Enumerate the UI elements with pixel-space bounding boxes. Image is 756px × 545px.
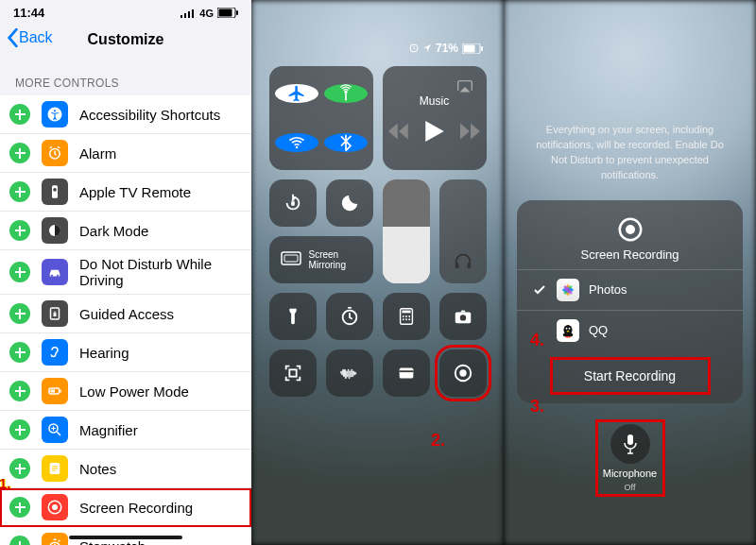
signal-icon: [180, 9, 196, 18]
photos-app-icon: [557, 279, 579, 301]
add-button[interactable]: [9, 303, 30, 324]
svg-point-49: [459, 315, 465, 320]
battery-icon: [217, 8, 238, 18]
camera-button[interactable]: [439, 293, 487, 340]
step-2-label: 2.: [431, 431, 445, 451]
svg-point-64: [569, 328, 571, 330]
control-row-hearing[interactable]: Hearing: [0, 333, 251, 372]
svg-rect-0: [180, 15, 182, 18]
screen-record-icon: [616, 215, 644, 244]
control-row-guided-access[interactable]: Guided Access: [0, 295, 251, 333]
add-button[interactable]: [9, 536, 30, 545]
back-label: Back: [19, 29, 53, 46]
control-label: Apple TV Remote: [79, 184, 191, 200]
play-icon[interactable]: [424, 121, 445, 142]
control-row-accessibility[interactable]: Accessibility Shortcuts: [0, 95, 251, 134]
screen-mirroring-button[interactable]: Screen Mirroring: [269, 236, 373, 283]
add-button[interactable]: [9, 220, 30, 241]
battery-pct: 71%: [436, 42, 458, 55]
add-button[interactable]: [9, 458, 30, 479]
add-button[interactable]: [9, 381, 30, 401]
airplay-icon[interactable]: [455, 77, 475, 102]
status-bar: 11:44 4G: [0, 0, 251, 20]
record-icon: [42, 494, 68, 520]
brightness-slider[interactable]: [383, 179, 430, 283]
svg-rect-10: [52, 185, 58, 198]
control-label: Do Not Disturb While Driving: [79, 256, 240, 288]
add-button[interactable]: [9, 143, 30, 163]
svg-point-54: [459, 369, 466, 376]
voice-memo-icon: [339, 363, 360, 383]
add-button[interactable]: [9, 419, 30, 440]
svg-point-43: [405, 315, 407, 317]
controls-list: Accessibility ShortcutsAlarmApple TV Rem…: [0, 95, 251, 545]
bluetooth-icon: [336, 133, 355, 152]
check-icon: [532, 282, 547, 298]
recording-sheet: Screen Recording PhotosQQ Start Recordin…: [517, 200, 743, 403]
airplane-toggle[interactable]: [275, 84, 318, 103]
svg-point-46: [405, 318, 407, 320]
calculator-button[interactable]: [383, 293, 430, 340]
control-label: Low Power Mode: [79, 383, 189, 400]
control-row-dark-mode[interactable]: Dark Mode: [0, 212, 251, 250]
add-button[interactable]: [9, 497, 30, 518]
mirror-label: Screen Mirroring: [309, 249, 346, 270]
timer-button[interactable]: [326, 293, 373, 340]
wifi-toggle[interactable]: [275, 133, 318, 152]
sheet-title: Screen Recording: [580, 247, 679, 262]
car-icon: [42, 259, 68, 285]
do-not-disturb-button[interactable]: [326, 179, 373, 227]
control-row-record[interactable]: Screen Recording1.: [0, 488, 251, 527]
next-icon[interactable]: [460, 121, 481, 142]
qr-scanner-button[interactable]: [269, 349, 317, 397]
add-button[interactable]: [9, 342, 30, 363]
prev-icon[interactable]: [388, 121, 409, 142]
add-button[interactable]: [9, 181, 30, 202]
control-row-car[interactable]: Do Not Disturb While Driving: [0, 250, 251, 295]
step-3-label: 3.: [530, 397, 544, 417]
svg-point-45: [402, 318, 404, 320]
airplane-icon: [287, 84, 306, 103]
svg-rect-66: [627, 434, 633, 445]
microphone-toggle[interactable]: Microphone Off: [600, 424, 661, 492]
control-row-magnifier[interactable]: Magnifier: [0, 411, 251, 450]
add-button[interactable]: [9, 262, 30, 282]
control-row-notes[interactable]: Notes: [0, 450, 251, 488]
wallet-button[interactable]: [383, 349, 430, 397]
add-button[interactable]: [9, 104, 30, 125]
app-row-qq[interactable]: QQ: [517, 311, 743, 350]
svg-rect-1: [184, 13, 186, 18]
control-row-remote[interactable]: Apple TV Remote: [0, 173, 251, 212]
music-widget[interactable]: Music: [383, 66, 487, 170]
connectivity-group[interactable]: [269, 66, 373, 170]
svg-point-42: [402, 315, 404, 317]
screen-record-button[interactable]: [439, 349, 487, 397]
volume-slider[interactable]: [439, 179, 487, 283]
status-time: 11:44: [13, 6, 44, 20]
qq-app-icon: [557, 319, 579, 342]
bluetooth-toggle[interactable]: [324, 133, 368, 152]
control-row-alarm[interactable]: Alarm: [0, 134, 251, 173]
start-recording-button[interactable]: Start Recording: [555, 362, 706, 390]
accessibility-icon: [42, 101, 68, 128]
voice-memo-button[interactable]: [326, 349, 373, 397]
cellular-toggle[interactable]: [324, 84, 368, 103]
svg-rect-38: [284, 255, 298, 262]
flashlight-button[interactable]: [269, 293, 317, 340]
nav-bar: Back Customize: [0, 20, 251, 60]
svg-point-32: [295, 146, 298, 149]
orientation-lock-button[interactable]: [269, 179, 317, 227]
brightness-icon: [396, 251, 417, 276]
control-label: Screen Recording: [79, 500, 193, 516]
home-indicator[interactable]: [69, 536, 182, 539]
svg-point-63: [566, 328, 568, 330]
control-row-battery[interactable]: Low Power Mode: [0, 372, 251, 411]
svg-rect-33: [291, 201, 295, 206]
svg-rect-30: [481, 46, 483, 51]
svg-point-56: [626, 225, 635, 234]
page-title: Customize: [88, 31, 164, 48]
control-label: Hearing: [79, 345, 129, 361]
screen-record-icon: [453, 363, 473, 383]
back-button[interactable]: Back: [6, 27, 53, 48]
app-row-photos[interactable]: Photos: [517, 270, 743, 311]
